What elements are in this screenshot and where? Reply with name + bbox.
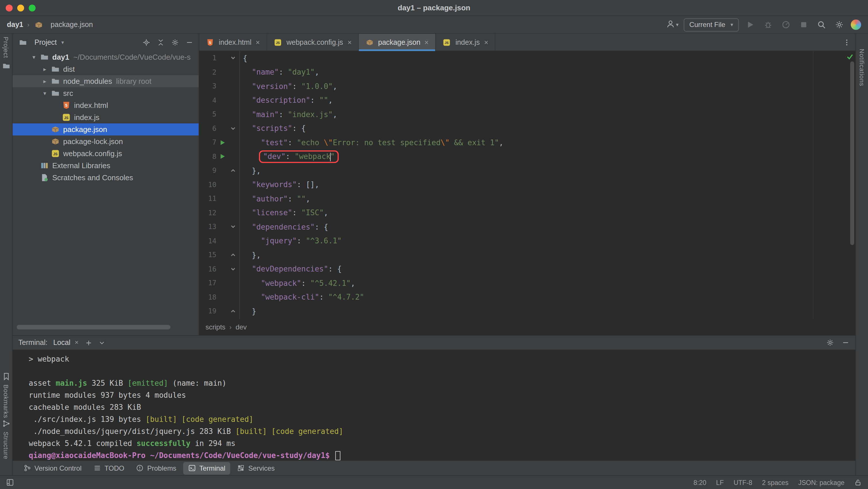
profiler-button[interactable] bbox=[780, 19, 792, 31]
tree-item-dist[interactable]: ▸dist bbox=[12, 63, 198, 75]
debug-button[interactable] bbox=[762, 19, 774, 31]
line-number[interactable]: 11 bbox=[199, 195, 216, 203]
code-editor[interactable]: 1{2 "name": "day1",3 "version": "1.0.0",… bbox=[199, 51, 856, 319]
tree-item-day1[interactable]: ▾day1~/Documents/Code/VueCode/vue-s bbox=[12, 51, 198, 63]
hide-panel-icon[interactable] bbox=[185, 38, 193, 46]
line-separator[interactable]: LF bbox=[716, 479, 724, 486]
line-number[interactable]: 7 bbox=[199, 139, 216, 146]
indent-setting[interactable]: 2 spaces bbox=[762, 479, 788, 486]
stripe-bookmarks-label[interactable]: Bookmarks bbox=[3, 385, 9, 418]
run-config-select[interactable]: Current File ▾ bbox=[684, 18, 739, 31]
editor-tab-package-json[interactable]: package.json bbox=[359, 34, 436, 51]
line-number[interactable]: 10 bbox=[199, 181, 216, 189]
line-number[interactable]: 12 bbox=[199, 209, 216, 217]
chevron-down-icon[interactable]: ▾ bbox=[61, 40, 64, 45]
chevron-down-icon[interactable]: ▾ bbox=[40, 90, 50, 96]
minimize-window-button[interactable] bbox=[17, 4, 24, 11]
structure-icon[interactable] bbox=[2, 420, 10, 428]
editor-scrollbar[interactable] bbox=[850, 61, 854, 245]
toolwindow-tab-terminal[interactable]: Terminal bbox=[183, 462, 230, 475]
close-tab-icon[interactable] bbox=[346, 39, 352, 45]
line-number[interactable]: 17 bbox=[199, 279, 216, 287]
line-number[interactable]: 13 bbox=[199, 223, 216, 231]
terminal-settings-icon[interactable] bbox=[826, 338, 834, 347]
tree-item-webpack-config-js[interactable]: JSwebpack.config.js bbox=[12, 148, 198, 160]
line-number[interactable]: 3 bbox=[199, 83, 216, 90]
fold-open-icon[interactable] bbox=[228, 55, 238, 61]
breadcrumb-scripts[interactable]: scripts bbox=[206, 323, 225, 331]
horizontal-scrollbar-thumb[interactable] bbox=[17, 325, 170, 329]
chevron-down-icon[interactable]: ▾ bbox=[29, 54, 39, 60]
line-number[interactable]: 2 bbox=[199, 68, 216, 76]
line-number[interactable]: 5 bbox=[199, 110, 216, 119]
tree-item-package-json[interactable]: package.json bbox=[12, 123, 198, 135]
file-encoding[interactable]: UTF-8 bbox=[734, 479, 752, 486]
collapse-all-icon[interactable] bbox=[157, 38, 165, 46]
avatar[interactable] bbox=[851, 20, 861, 30]
stripe-structure-label[interactable]: Structure bbox=[3, 432, 9, 459]
fold-close-icon[interactable] bbox=[228, 168, 238, 174]
terminal-tab-local[interactable]: Local bbox=[53, 338, 79, 347]
toolwindow-tab-todo[interactable]: TODO bbox=[88, 462, 129, 475]
chevron-right-icon[interactable]: ▸ bbox=[40, 78, 50, 85]
stripe-project-label[interactable]: Project bbox=[3, 37, 9, 58]
tree-item-scratches-and-consoles[interactable]: Scratches and Consoles bbox=[12, 172, 198, 184]
settings-icon[interactable] bbox=[833, 19, 846, 31]
line-number[interactable]: 6 bbox=[199, 125, 216, 133]
terminal-output[interactable]: > webpackasset main.js 325 KiB [emitted]… bbox=[12, 350, 856, 460]
hide-terminal-icon[interactable] bbox=[842, 338, 849, 347]
fold-open-icon[interactable] bbox=[228, 224, 238, 230]
locate-file-icon[interactable] bbox=[143, 38, 150, 46]
zoom-window-button[interactable] bbox=[29, 4, 36, 11]
panel-settings-icon[interactable] bbox=[171, 38, 179, 46]
line-number[interactable]: 19 bbox=[199, 307, 216, 315]
tree-item-package-lock-json[interactable]: package-lock.json bbox=[12, 135, 198, 148]
layout-icon[interactable] bbox=[6, 479, 14, 486]
line-number[interactable]: 1 bbox=[199, 54, 216, 62]
tree-item-src[interactable]: ▾src bbox=[12, 87, 198, 99]
line-number[interactable]: 18 bbox=[199, 293, 216, 301]
close-tab-icon[interactable] bbox=[483, 39, 489, 45]
line-number[interactable]: 16 bbox=[199, 265, 216, 273]
user-icon[interactable]: ▾ bbox=[666, 19, 679, 31]
breadcrumb-dev[interactable]: dev bbox=[236, 323, 247, 331]
toolwindow-tab-version-control[interactable]: Version Control bbox=[19, 462, 86, 475]
file-type[interactable]: JSON: package bbox=[798, 479, 844, 486]
tree-item-node-modules[interactable]: ▸node_moduleslibrary root bbox=[12, 75, 198, 87]
inspections-ok-icon[interactable] bbox=[846, 53, 854, 62]
fold-close-icon[interactable] bbox=[228, 308, 238, 314]
breadcrumb-project[interactable]: day1 bbox=[7, 21, 23, 29]
bookmark-icon[interactable] bbox=[2, 372, 10, 381]
editor-tab-index-js[interactable]: JSindex.js bbox=[436, 34, 495, 51]
search-icon[interactable] bbox=[815, 19, 828, 31]
line-number[interactable]: 15 bbox=[199, 251, 216, 259]
close-tab-icon[interactable] bbox=[424, 39, 430, 45]
project-toolwindow-icon[interactable] bbox=[2, 62, 10, 70]
new-terminal-icon[interactable] bbox=[85, 339, 92, 346]
breadcrumb-file[interactable]: package.json bbox=[51, 21, 93, 29]
close-tab-icon[interactable] bbox=[255, 39, 260, 45]
line-number[interactable]: 8 bbox=[199, 153, 216, 161]
tree-item-index-html[interactable]: 5index.html bbox=[12, 99, 198, 111]
tab-options-icon[interactable] bbox=[843, 34, 856, 51]
close-terminal-tab-icon[interactable] bbox=[74, 338, 79, 347]
fold-open-icon[interactable] bbox=[228, 266, 238, 272]
run-button[interactable] bbox=[744, 19, 756, 31]
caret-position[interactable]: 8:20 bbox=[693, 479, 706, 486]
run-script-icon[interactable] bbox=[216, 154, 228, 160]
line-number[interactable]: 9 bbox=[199, 167, 216, 175]
toolwindow-tab-problems[interactable]: Problems bbox=[131, 462, 181, 475]
stop-button[interactable] bbox=[797, 19, 810, 31]
stripe-notifications-label[interactable]: Notifications bbox=[859, 49, 865, 86]
chevron-right-icon[interactable]: ▸ bbox=[40, 66, 50, 72]
run-script-icon[interactable] bbox=[216, 139, 228, 146]
line-number[interactable]: 4 bbox=[199, 96, 216, 104]
close-window-button[interactable] bbox=[6, 4, 12, 11]
tree-item-external-libraries[interactable]: External Libraries bbox=[12, 160, 198, 172]
tree-item-index-js[interactable]: JSindex.js bbox=[12, 111, 198, 123]
lock-icon[interactable] bbox=[854, 479, 862, 486]
line-number[interactable]: 14 bbox=[199, 237, 216, 245]
fold-close-icon[interactable] bbox=[228, 252, 238, 258]
toolwindow-tab-services[interactable]: Services bbox=[232, 462, 279, 475]
fold-open-icon[interactable] bbox=[228, 126, 238, 131]
